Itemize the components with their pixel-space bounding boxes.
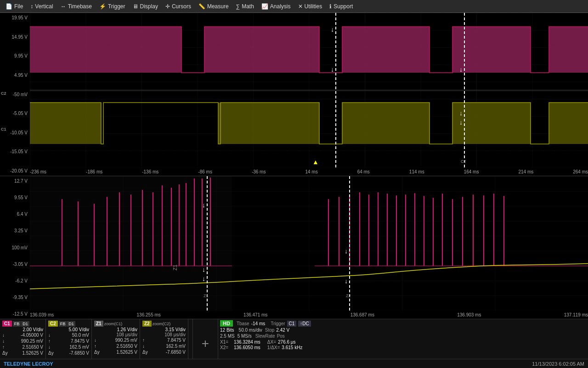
c2-row1: ↓50.0 mV	[48, 332, 89, 338]
svg-rect-10	[218, 103, 319, 144]
bottom-waveform-panel: 12.7 V 9.55 V 6.4 V 3.25 V 100 mV -3.05 …	[0, 176, 588, 319]
menu-trigger[interactable]: ⚡ Trigger	[96, 2, 129, 11]
scope-area: 19.95 V 14.95 V 9.95 V 4.95 V -50 mV -5.…	[0, 13, 588, 368]
z2-row1: ↑7.8475 V	[142, 337, 186, 343]
top-x-axis: -236 ms -186 ms -136 ms -86 ms -36 ms 14…	[30, 167, 588, 176]
menu-math[interactable]: ∑ Math	[232, 2, 258, 11]
cursors-icon: ✛	[165, 3, 170, 10]
measure-icon: 📏	[198, 3, 205, 10]
footer: TELEDYNE LECROY 11/13/2023 6:02:05 AM	[0, 359, 588, 368]
menu-analysis[interactable]: 📈 Analysis	[258, 2, 294, 11]
z1-zoom-label: zoom(C1)	[104, 322, 123, 326]
bits-label: 12 Bits	[220, 328, 234, 333]
x-label-t9: 164 ms	[464, 169, 479, 174]
y-label-6: -5.05 V	[0, 111, 30, 116]
timebase-icon: ↔	[61, 3, 66, 10]
hd-badge: HD	[220, 320, 233, 327]
c1-fb-badge: FB	[13, 321, 21, 327]
c2-row-delta: Δy-7.6850 V	[48, 350, 89, 356]
c1-volts-div: 2.00 V/div	[2, 327, 43, 332]
support-icon: ℹ	[329, 3, 332, 10]
bottom-y-axis: 12.7 V 9.55 V 6.4 V 3.25 V 100 mV -3.05 …	[0, 176, 30, 319]
x-label-t6: 14 ms	[305, 169, 317, 174]
x-label-t11: 264 ms	[573, 169, 588, 174]
bx-label-3: 136.471 ms	[243, 312, 267, 317]
z1-badge: Z1	[94, 321, 103, 327]
y-label-9: -20.05 V	[0, 168, 30, 173]
bx-label-2: 136.255 ms	[137, 312, 161, 317]
svg-rect-4	[204, 27, 319, 73]
dx-label: ΔX=	[267, 339, 276, 345]
cursor-x2-top	[464, 13, 465, 167]
c1-badge: C1	[2, 321, 12, 327]
x-label-t10: 214 ms	[518, 169, 533, 174]
by-label-8: -9.35 V	[0, 295, 30, 300]
cursor-z2-v1	[349, 176, 350, 310]
c2-d1-badge: D1	[67, 321, 75, 327]
bx-label-6: 137.119 ms	[564, 312, 588, 317]
x-label-t8: 114 ms	[409, 169, 424, 174]
cursor-z1-v1	[207, 176, 208, 310]
svg-rect-13	[549, 103, 588, 144]
by-label-4: 3.25 V	[0, 228, 30, 233]
z1-volts-div: 1.26 V/div	[94, 327, 137, 332]
menu-vertical[interactable]: ↕ Vertical	[27, 2, 57, 11]
z2-row-delta: Δy-7.6850 V	[142, 349, 186, 355]
c2-row3: ↓162.5 mV	[48, 344, 89, 350]
cursor-z1-arrow-bot: ↓	[202, 275, 205, 282]
menu-timebase[interactable]: ↔ Timebase	[57, 2, 96, 11]
cursor-x1-arrow2: ↓	[331, 66, 334, 73]
right-row-x2: X2= 136.6050 ms 1/ΔX= 3.615 kHz	[220, 345, 586, 350]
company-name: TELEDYNE LECROY	[4, 361, 53, 367]
trigger-label-right: Trigger	[271, 321, 285, 326]
trigger-arrow: ▲	[312, 158, 319, 166]
by-label-7: -6.2 V	[0, 278, 30, 283]
svg-rect-5	[342, 27, 430, 73]
cursor-x1-top	[335, 13, 336, 167]
bx-label-5: 136.903 ms	[457, 312, 481, 317]
dx-value: 276.6 μs	[278, 339, 296, 345]
c2-badge: C2	[48, 321, 58, 327]
x-label-t5: -36 ms	[252, 169, 266, 174]
x1-label: X1=	[220, 339, 234, 345]
trigger-dc-label: ↑DC	[298, 321, 311, 327]
svg-text:Z1: Z1	[172, 264, 178, 270]
menu-support[interactable]: ℹ Support	[326, 2, 356, 11]
vertical-icon: ↕	[30, 3, 33, 10]
cursor-x2-arrow3: ↓	[459, 119, 463, 126]
slew-label: SlewRate	[255, 334, 275, 339]
by-label-6: -3.05 V	[0, 262, 30, 267]
menu-file[interactable]: 📄 File	[2, 2, 27, 11]
c1-channel-label-top: C1	[1, 127, 6, 132]
pos-label: Pos	[277, 334, 285, 339]
c1-row-delta: Δy1.52625 V	[2, 350, 43, 356]
cursor-z1-arrow-top: ↓	[202, 201, 205, 209]
bx-label-1: 136.039 ms	[30, 312, 54, 317]
trigger-icon: ⚡	[99, 3, 106, 10]
by-label-3: 6.4 V	[0, 212, 30, 217]
tbase-value: -14 ms	[251, 321, 266, 326]
menu-display[interactable]: 🖥 Display	[129, 2, 162, 11]
math-icon: ∑	[236, 3, 240, 10]
by-label-5: 100 mV	[0, 245, 30, 250]
menu-measure[interactable]: 📏 Measure	[195, 2, 232, 11]
top-waveform-svg	[30, 13, 588, 168]
ms-value2: 5 MS/s	[237, 334, 252, 339]
trigger-c1-label: C1	[287, 321, 297, 327]
cursor-x2-arrow2: ↓	[459, 109, 463, 117]
by-label-9: -12.5 V	[0, 311, 30, 316]
c2-row2: ↑7.8475 V	[48, 338, 89, 344]
inv-dx-label: 1/ΔX=	[267, 345, 280, 350]
svg-rect-11	[342, 103, 430, 144]
cursor-z2-arrow-top: ↓	[345, 247, 348, 255]
y-label-2: 14.95 V	[0, 34, 30, 40]
right-row-x1: X1= 136.3284 ms ΔX= 276.6 μs	[220, 339, 586, 345]
menu-cursors[interactable]: ✛ Cursors	[162, 2, 195, 11]
file-icon: 📄	[6, 3, 12, 10]
tbase-label: Tbase	[237, 321, 249, 326]
by-label-1: 12.7 V	[0, 178, 30, 184]
menu-utilities[interactable]: ✕ Utilities	[294, 2, 326, 11]
z2-volts-div: 3.15 V/div	[142, 327, 186, 332]
cursor-x1-arrow1: ↓	[331, 26, 334, 33]
y-label-4: 4.95 V	[0, 73, 30, 78]
